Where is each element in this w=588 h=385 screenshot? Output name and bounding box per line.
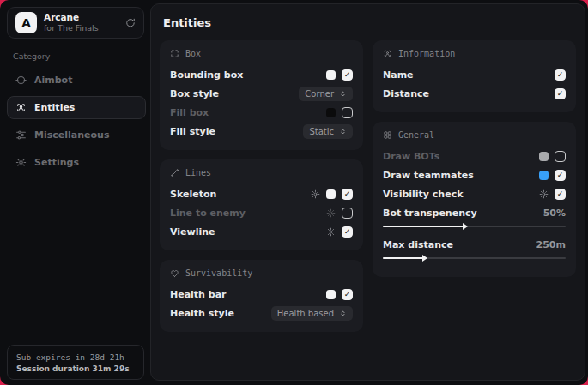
unfold-icon [339,310,347,317]
color-swatch[interactable] [326,290,336,299]
sidebar-item-miscellaneous[interactable]: Miscellaneous [7,123,146,147]
distance-checkbox[interactable] [555,88,566,99]
setting-row-visibility-check: Visibility check [383,184,566,203]
category-label: Category [13,51,150,61]
survivability-section: Survivability Health bar Health style [160,260,363,332]
sidebar-item-aimbot[interactable]: Aimbot [7,69,146,92]
gear-icon [15,157,27,168]
bot-transparency-slider-group: Bot transpenency 50% [383,204,566,227]
bounding-box-checkbox[interactable] [342,69,353,81]
sidebar-item-entities[interactable]: Entities [7,96,146,119]
viewline-checkbox[interactable] [342,226,353,238]
right-column: Information Name Distance [373,40,576,332]
diagonal-line-icon [170,168,179,177]
slider-fill[interactable] [383,226,464,227]
refresh-icon[interactable] [125,18,136,28]
max-distance-value: 250m [536,239,566,250]
color-swatch[interactable] [326,108,336,117]
color-swatch[interactable] [326,70,336,80]
setting-row-box-style: Box style Corner [170,84,353,103]
max-distance-slider-group: Max distance 250m [383,236,566,259]
information-section: Information Name Distance [373,40,576,112]
sliders-icon [15,129,27,141]
gear-icon[interactable] [311,189,320,199]
slider-fill[interactable] [383,257,423,259]
app-subtitle: for The Finals [44,23,99,33]
setting-row-health-bar: Health bar [170,285,353,304]
sidebar-item-label: Miscellaneous [34,129,109,141]
visibility-check-checkbox[interactable] [555,189,566,200]
setting-row-fill-style: Fill style Static [170,122,353,141]
color-swatch[interactable] [326,189,336,199]
session-duration-text: Session duration 31m 29s [16,364,135,373]
section-title: Lines [185,168,211,177]
setting-row-name: Name [383,65,566,84]
gear-icon[interactable] [326,208,336,218]
sidebar: A Arcane for The Finals Category Aimbot [0,0,150,385]
setting-row-viewline: Viewline [170,222,353,241]
color-swatch[interactable] [539,171,549,180]
name-checkbox[interactable] [555,69,566,81]
sidebar-item-settings[interactable]: Settings [7,151,146,174]
setting-row-distance: Distance [383,84,566,103]
gear-icon[interactable] [326,227,336,237]
skeleton-checkbox[interactable] [342,189,353,200]
box-brackets-icon [170,49,179,58]
heart-icon [170,268,179,278]
health-bar-checkbox[interactable] [342,289,353,300]
sub-expiry-text: Sub expires in 28d 21h [16,352,135,362]
box-style-dropdown[interactable]: Corner [299,87,353,101]
health-style-dropdown[interactable]: Health based [271,306,353,321]
app-logo: A [15,12,37,33]
draw-teammates-checkbox[interactable] [555,170,566,181]
bot-transparency-slider[interactable] [383,226,566,227]
line-to-enemy-checkbox[interactable] [342,208,353,219]
setting-row-draw-bots: Draw BOTs [383,147,566,165]
scan-person-icon [15,102,27,113]
max-distance-slider[interactable] [383,257,566,259]
sidebar-item-label: Entities [34,102,75,113]
setting-row-fill-box: Fill box [170,103,353,122]
bot-transparency-value: 50% [543,208,566,219]
crosshair-icon [15,75,27,86]
box-section: Box Bounding box Box style Corne [160,40,363,150]
gear-icon[interactable] [539,189,549,199]
section-title: Survivability [185,268,252,278]
setting-row-health-style: Health style Health based [170,304,353,322]
unfold-icon [339,90,347,98]
left-column: Box Bounding box Box style Corne [160,40,363,332]
grid-icon [383,130,392,140]
app-header-card: A Arcane for The Finals [7,7,144,39]
page-title: Entities [163,16,576,29]
draw-bots-checkbox[interactable] [555,151,566,162]
fill-box-checkbox[interactable] [342,107,353,118]
setting-row-skeleton: Skeleton [170,184,353,203]
fill-style-dropdown[interactable]: Static [303,124,353,139]
sidebar-nav: Aimbot Entities Miscellaneous Settings [7,69,150,174]
section-title: Box [185,49,201,58]
app-name: Arcane [44,12,99,23]
section-title: Information [398,49,455,58]
lines-section: Lines Skeleton Line to enemy [160,159,363,250]
setting-row-line-to-enemy: Line to enemy [170,203,353,222]
subscription-info-card: Sub expires in 28d 21h Session duration … [7,345,144,380]
main-panel: Entities Box Bounding box [150,3,585,381]
setting-row-draw-teammates: Draw teammates [383,165,566,184]
section-title: General [398,130,434,140]
sidebar-item-label: Settings [34,157,79,168]
sidebar-item-label: Aimbot [34,75,72,86]
color-swatch[interactable] [539,152,549,161]
setting-row-bounding-box: Bounding box [170,65,353,84]
scan-person-icon [383,49,392,58]
general-section: General Draw BOTs Draw teammates [373,122,576,277]
app-window: A Arcane for The Finals Category Aimbot [0,0,588,385]
unfold-icon [339,128,347,135]
